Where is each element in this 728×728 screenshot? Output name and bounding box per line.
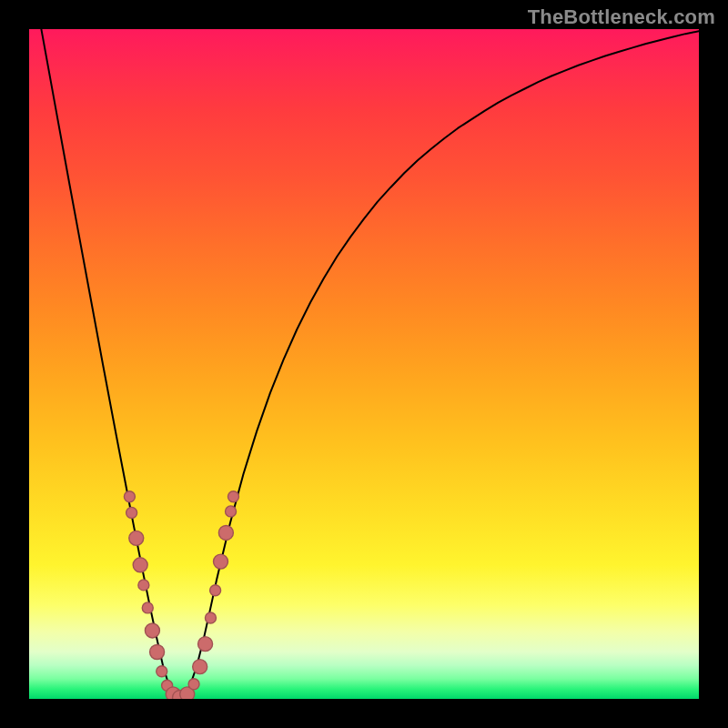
sample-point [228,491,238,502]
sample-point [218,525,233,540]
sample-point [142,602,153,613]
sample-point [157,666,167,677]
sample-point [150,644,165,659]
sample-point [193,660,207,674]
sample-point [124,491,135,502]
sample-point [126,507,137,518]
watermark-text: TheBottleneck.com [528,5,715,29]
sample-points-layer [29,29,699,699]
chart-frame: TheBottleneck.com [0,0,728,728]
plot-area [29,29,699,699]
sample-point [133,558,147,572]
sample-point [198,637,213,652]
sample-point [188,679,199,690]
sample-point [226,506,237,517]
sample-point [210,585,221,596]
sample-point [138,580,149,591]
sample-point [129,531,144,545]
sample-point [145,623,159,638]
sample-point [205,612,216,623]
sample-point [214,554,228,569]
